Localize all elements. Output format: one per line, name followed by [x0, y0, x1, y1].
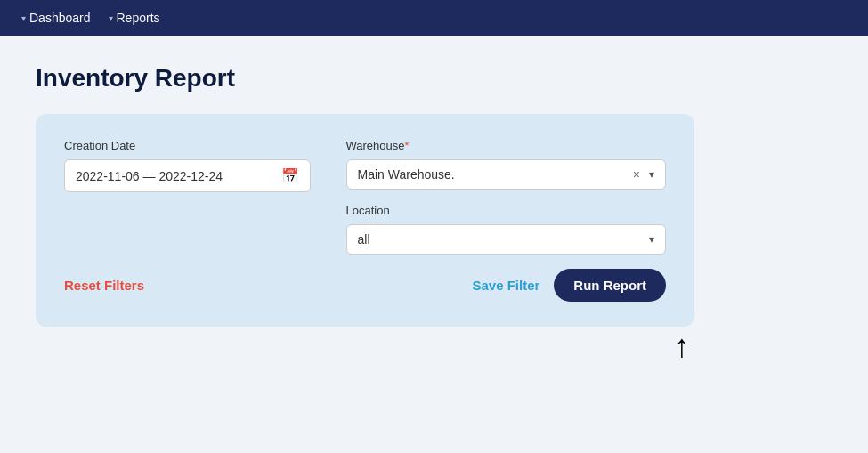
actions-row: Reset Filters Save Filter Run Report [64, 269, 666, 302]
creation-date-label: Creation Date [64, 139, 311, 152]
warehouse-select[interactable]: Main Warehouse. × ▾ [346, 159, 666, 190]
chevron-down-icon: ▾ [109, 13, 113, 23]
right-filters: Warehouse* Main Warehouse. × ▾ Location … [346, 139, 666, 255]
filter-card: Creation Date 2022-11-06 — 2022-12-24 📅 … [36, 114, 694, 327]
date-value: 2022-11-06 — 2022-12-24 [76, 169, 274, 183]
clear-warehouse-icon[interactable]: × [631, 167, 642, 182]
run-report-button[interactable]: Run Report [554, 269, 666, 302]
navbar-dashboard-label: Dashboard [29, 11, 91, 25]
chevron-down-icon: ▾ [21, 13, 26, 23]
warehouse-required: * [405, 139, 410, 152]
warehouse-label: Warehouse* [346, 139, 666, 152]
main-content: Inventory Report Creation Date 2022-11-0… [0, 36, 868, 391]
location-filter-group: Location all ▾ [346, 204, 666, 255]
navbar-reports-label: Reports [117, 11, 160, 25]
save-filter-button[interactable]: Save Filter [472, 278, 539, 293]
warehouse-filter-group: Warehouse* Main Warehouse. × ▾ [346, 139, 666, 190]
location-select[interactable]: all ▾ [346, 224, 666, 255]
calendar-icon: 📅 [281, 167, 299, 184]
right-actions: Save Filter Run Report [472, 269, 666, 302]
date-filter-group: Creation Date 2022-11-06 — 2022-12-24 📅 [64, 139, 311, 192]
page-title: Inventory Report [36, 64, 832, 93]
chevron-down-icon: ▾ [649, 233, 654, 246]
chevron-down-icon: ▾ [649, 168, 654, 181]
arrow-annotation: ↑ [36, 330, 832, 362]
location-label: Location [346, 204, 666, 217]
reset-filters-button[interactable]: Reset Filters [64, 278, 144, 293]
warehouse-value: Main Warehouse. [358, 167, 624, 182]
up-arrow-icon: ↑ [674, 330, 690, 362]
location-value: all [358, 232, 649, 247]
navbar-item-reports[interactable]: ▾ Reports [101, 7, 167, 28]
date-input[interactable]: 2022-11-06 — 2022-12-24 📅 [64, 159, 311, 192]
navbar: ▾ Dashboard ▾ Reports [0, 0, 868, 36]
navbar-item-dashboard[interactable]: ▾ Dashboard [14, 7, 98, 28]
